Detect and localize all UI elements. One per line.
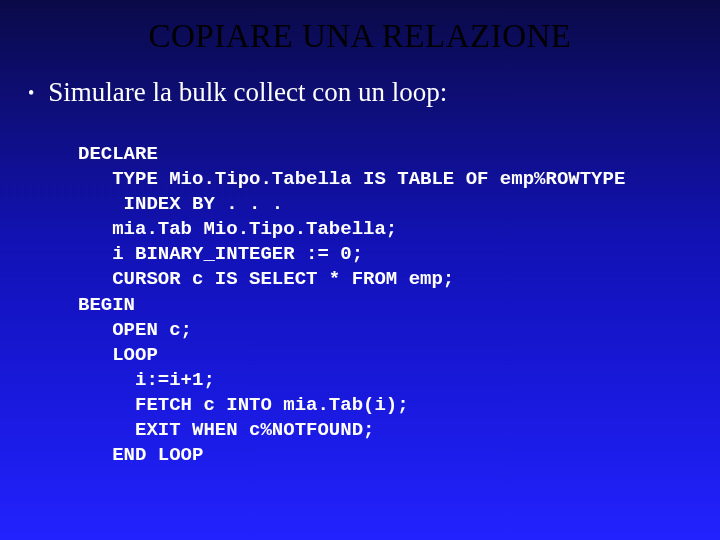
code-line: EXIT WHEN c%NOTFOUND; bbox=[78, 419, 374, 441]
code-line: i:=i+1; bbox=[78, 369, 215, 391]
bullet-text: Simulare la bulk collect con un loop: bbox=[48, 77, 447, 108]
bullet-item: • Simulare la bulk collect con un loop: bbox=[28, 77, 720, 109]
code-block: DECLARE TYPE Mio.Tipo.Tabella IS TABLE O… bbox=[78, 117, 720, 468]
code-line: END LOOP bbox=[78, 444, 203, 466]
code-line: OPEN c; bbox=[78, 319, 192, 341]
bullet-icon: • bbox=[28, 77, 34, 109]
code-line: i BINARY_INTEGER := 0; bbox=[78, 243, 363, 265]
code-line: mia.Tab Mio.Tipo.Tabella; bbox=[78, 218, 397, 240]
code-line: BEGIN bbox=[78, 294, 135, 316]
code-line: DECLARE bbox=[78, 143, 158, 165]
code-line: INDEX BY . . . bbox=[78, 193, 283, 215]
code-line: LOOP bbox=[78, 344, 158, 366]
code-line: TYPE Mio.Tipo.Tabella IS TABLE OF emp%RO… bbox=[78, 168, 625, 190]
code-line: CURSOR c IS SELECT * FROM emp; bbox=[78, 268, 454, 290]
slide-title: COPIARE UNA RELAZIONE bbox=[0, 0, 720, 55]
code-line: FETCH c INTO mia.Tab(i); bbox=[78, 394, 409, 416]
